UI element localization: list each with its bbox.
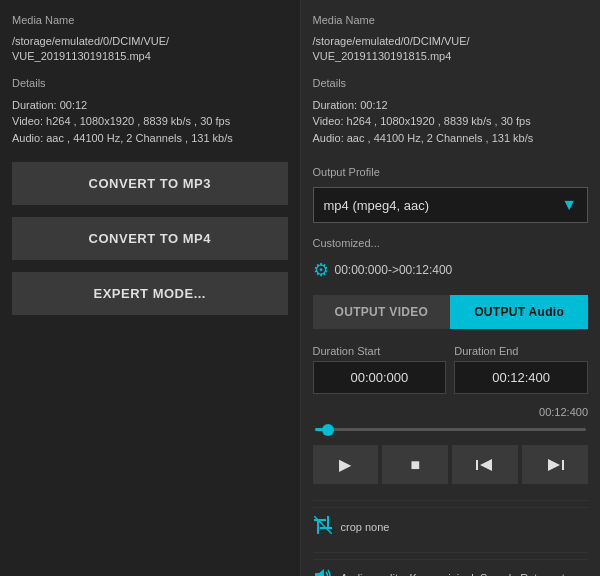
output-profile-label: Output Profile	[313, 166, 589, 178]
playback-controls: ▶ ■	[313, 445, 589, 484]
duration-start-label: Duration Start	[313, 345, 447, 357]
details-label-left: Details	[12, 77, 288, 89]
convert-to-mp3-button[interactable]: CONVERT TO MP3	[12, 162, 288, 205]
tab-output-audio[interactable]: OUTPUT Audio	[450, 295, 588, 329]
output-tabs: OUTPUT VIDEO OUTPUT Audio	[313, 295, 589, 329]
go-to-start-button[interactable]	[452, 445, 518, 484]
time-range-text: 00:00:000->00:12:400	[335, 263, 453, 277]
slider-thumb[interactable]	[322, 424, 334, 436]
right-panel: Media Name /storage/emulated/0/DCIM/VUE/…	[301, 0, 601, 576]
svg-marker-9	[315, 569, 324, 576]
media-name-label-right: Media Name	[313, 14, 589, 26]
divider-2	[313, 552, 589, 553]
duration-end-block: Duration End 00:12:400	[454, 345, 588, 394]
crop-text: crop none	[341, 521, 390, 533]
audio-icon	[313, 568, 333, 576]
tab-output-video[interactable]: OUTPUT VIDEO	[313, 295, 451, 329]
duration-start-block: Duration Start 00:00:000	[313, 345, 447, 394]
audio-quality-row: Audio quality: Keep original; Sample Rat…	[313, 559, 589, 576]
divider-1	[313, 500, 589, 501]
timeline-slider[interactable]	[313, 428, 589, 431]
customized-label: Customized...	[313, 237, 589, 249]
audio-info-left: Audio: aac , 44100 Hz, 2 Channels , 131 …	[12, 132, 233, 144]
stop-button[interactable]: ■	[382, 445, 448, 484]
duration-right: Duration: 00:12	[313, 99, 388, 111]
dropdown-arrow-icon: ▼	[561, 196, 577, 214]
output-profile-dropdown[interactable]: mp4 (mpeg4, aac) ▼	[313, 187, 589, 223]
video-info-right: Video: h264 , 1080x1920 , 8839 kb/s , 30…	[313, 115, 531, 127]
duration-start-value: 00:00:000	[313, 361, 447, 394]
svg-rect-2	[562, 460, 564, 470]
convert-to-mp4-button[interactable]: CONVERT TO MP4	[12, 217, 288, 260]
duration-end-value: 00:12:400	[454, 361, 588, 394]
duration-row: Duration Start 00:00:000 Duration End 00…	[313, 345, 589, 394]
media-path-left: /storage/emulated/0/DCIM/VUE/VUE_2019113…	[12, 34, 288, 65]
svg-marker-1	[480, 459, 492, 471]
media-path-right: /storage/emulated/0/DCIM/VUE/VUE_2019113…	[313, 34, 589, 65]
time-range-icon: ⚙	[313, 259, 329, 281]
duration-end-label: Duration End	[454, 345, 588, 357]
go-to-end-button[interactable]	[522, 445, 588, 484]
slider-track[interactable]	[315, 428, 587, 431]
details-label-right: Details	[313, 77, 589, 89]
details-text-left: Duration: 00:12 Video: h264 , 1080x1920 …	[12, 97, 288, 147]
time-range-row: ⚙ 00:00:000->00:12:400	[313, 259, 589, 281]
svg-rect-0	[476, 460, 478, 470]
video-info-left: Video: h264 , 1080x1920 , 8839 kb/s , 30…	[12, 115, 230, 127]
crop-icon	[313, 516, 333, 538]
output-profile-value: mp4 (mpeg4, aac)	[324, 198, 430, 213]
left-panel: Media Name /storage/emulated/0/DCIM/VUE/…	[0, 0, 301, 576]
svg-marker-3	[548, 459, 560, 471]
duration-left: Duration: 00:12	[12, 99, 87, 111]
audio-quality-text: Audio quality: Keep original; Sample Rat…	[341, 572, 572, 576]
timestamp-end: 00:12:400	[313, 406, 589, 418]
play-button[interactable]: ▶	[313, 445, 379, 484]
audio-info-right: Audio: aac , 44100 Hz, 2 Channels , 131 …	[313, 132, 534, 144]
expert-mode-button[interactable]: EXPERT MODE...	[12, 272, 288, 315]
details-text-right: Duration: 00:12 Video: h264 , 1080x1920 …	[313, 97, 589, 147]
media-name-label-left: Media Name	[12, 14, 288, 26]
crop-row: crop none	[313, 507, 589, 546]
svg-line-8	[314, 516, 332, 534]
